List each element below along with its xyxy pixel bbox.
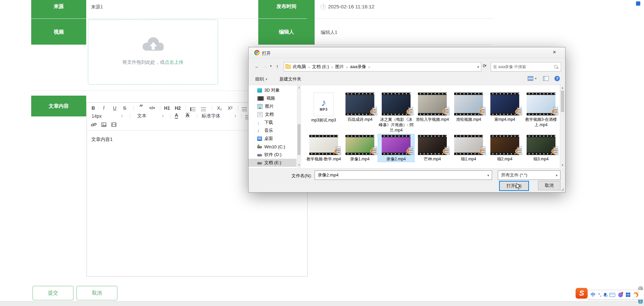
forward-button[interactable]: →	[263, 63, 268, 69]
sidebar-item-3d-objects[interactable]: 3D 对象	[249, 86, 297, 94]
stepper-down-icon[interactable]: ▼	[121, 116, 123, 118]
font-size-stepper[interactable]: ▲▼	[119, 113, 123, 119]
breadcrumb-this-pc[interactable]: 此电脑	[293, 64, 312, 70]
grid-scroll-thumb[interactable]	[561, 91, 564, 112]
emoji-icon[interactable]	[633, 292, 638, 297]
font-family-select[interactable]: 标准字体	[202, 113, 220, 119]
scroll-up-icon[interactable]: ∧	[297, 86, 301, 89]
superscript-button[interactable]: X²	[228, 105, 232, 111]
open-button[interactable]: 打开(O)	[499, 181, 529, 191]
search-input[interactable]	[491, 64, 554, 69]
heading2-button[interactable]: H2	[175, 105, 181, 111]
preview-pane-button[interactable]	[543, 76, 549, 82]
subscript-button[interactable]: X₂	[217, 105, 222, 111]
file-item[interactable]: ▶ 猫1.mp4	[450, 134, 487, 162]
file-item[interactable]: ▶ 百战成诗.mp4	[342, 92, 378, 133]
insert-video-button[interactable]	[111, 121, 117, 128]
dialog-cancel-button[interactable]: 取消	[538, 181, 560, 190]
heading1-button[interactable]: H1	[164, 105, 170, 111]
sidebar-item-documents-e[interactable]: 文档 (E:)	[249, 159, 297, 167]
italic-button[interactable]: I	[103, 105, 105, 111]
refresh-button[interactable]: ⟳	[483, 63, 487, 68]
filename-input-wrap[interactable]: ▾	[315, 170, 492, 180]
font-size-select[interactable]: 14px	[92, 113, 102, 119]
dialog-close-button[interactable]: ✕	[550, 50, 559, 56]
submit-button[interactable]: 提交	[33, 286, 73, 300]
file-item[interactable]: ▶ 滑轮入学视频.mp4	[414, 92, 450, 133]
file-item[interactable]: ▶ 家mp4.mp4	[487, 92, 523, 133]
file-item[interactable]: ▶ 录像1.mp4	[342, 134, 378, 162]
highlight-color-button[interactable]: A	[185, 112, 190, 118]
file-item[interactable]: ▶ 冰之翼（电影《冰峰暴》片尾曲）- 阿兰.mp4	[378, 92, 414, 133]
ime-punct-button[interactable]: °,	[598, 293, 601, 297]
sidebar-scroll-thumb[interactable]	[298, 124, 301, 155]
publish-time-value[interactable]: 2025-02-16 11:16:12	[328, 4, 374, 9]
underline-button[interactable]: U	[113, 105, 116, 111]
sidebar-item-music[interactable]: ♪音乐	[249, 126, 297, 135]
scroll-down-icon[interactable]: ∨	[297, 163, 301, 166]
scroll-up-icon[interactable]: ▲	[560, 86, 565, 89]
breadcrumb-aaa-recordings[interactable]: aaa录像	[350, 64, 372, 70]
sidebar-item-downloads[interactable]: ↓下载	[249, 118, 297, 126]
bold-button[interactable]: B	[92, 105, 95, 111]
blockquote-button[interactable]: ”	[139, 104, 143, 111]
history-dropdown-icon[interactable]: ▾	[270, 64, 272, 68]
file-item-selected[interactable]: ▶ 录像2.mp4	[378, 134, 414, 162]
video-upload-dropzone[interactable]: 将文件拖到此处，或点击上传	[88, 19, 218, 85]
sidebar-item-software-d[interactable]: 软件 (D:)	[249, 151, 297, 159]
breadcrumb-pictures[interactable]: 图片	[335, 64, 350, 70]
microphone-icon[interactable]	[604, 293, 606, 296]
dialog-titlebar[interactable]: 打开 ✕	[249, 47, 565, 58]
insert-link-button[interactable]	[91, 121, 97, 128]
sidebar-item-pictures[interactable]: 图片	[249, 102, 297, 110]
filename-dropdown-icon[interactable]: ▾	[487, 173, 489, 177]
search-icon[interactable]	[554, 65, 557, 68]
form-cancel-button[interactable]: 取消	[76, 286, 117, 300]
strikethrough-button[interactable]: S	[123, 105, 126, 111]
file-item[interactable]: ♪ MP3 mp3测试.mp3	[306, 92, 342, 133]
sidebar-item-desktop[interactable]: 桌面	[249, 135, 297, 143]
insert-image-button[interactable]	[101, 121, 107, 128]
file-item[interactable]: ▶ 教学视频3-在酒楼上.mp4	[523, 92, 559, 133]
address-bar[interactable]: 此电脑 文档 (E:) 图片 aaa录像 ▾	[284, 62, 481, 71]
resize-grip[interactable]	[561, 188, 564, 191]
organize-button[interactable]: 组织▾	[255, 76, 267, 82]
address-dropdown-icon[interactable]: ▾	[477, 65, 479, 69]
sidebar-item-win10-c[interactable]: Win10 (C:)	[249, 143, 297, 151]
font-family-stepper[interactable]: ▲▼	[232, 113, 236, 119]
code-button[interactable]: </>	[149, 105, 155, 111]
filename-input[interactable]	[315, 173, 487, 178]
file-item[interactable]: ▶ 教学视频-数学.mp4	[306, 134, 342, 162]
file-item[interactable]: ▶ 猫2.mp4	[487, 134, 523, 162]
text-style-stepper[interactable]: ▲▼	[160, 113, 164, 119]
editor-person-value[interactable]: 编辑人1	[321, 30, 337, 36]
file-item[interactable]: ▶ 猫3.mp4	[523, 134, 559, 162]
scroll-down-icon[interactable]: ▼	[560, 164, 565, 167]
stepper-down-icon[interactable]: ▼	[162, 116, 164, 118]
text-style-select[interactable]: 文本	[137, 113, 147, 119]
indent-button[interactable]	[242, 106, 247, 112]
file-item[interactable]: ▶ 芒种.mp4	[414, 134, 450, 162]
bullet-list-button[interactable]	[201, 106, 206, 112]
sidebar-item-documents[interactable]: 文档	[249, 110, 297, 118]
sidebar-item-videos[interactable]: 视频	[249, 94, 297, 102]
corner-widget-icon[interactable]	[636, 1, 640, 6]
change-view-button[interactable]: ▾	[528, 76, 537, 81]
up-button[interactable]: ↑	[276, 63, 279, 69]
ordered-list-button[interactable]	[190, 106, 196, 112]
file-grid-scrollbar[interactable]: ▲ ▼	[560, 85, 565, 168]
sogou-logo-icon[interactable]: S	[576, 288, 588, 299]
upload-link[interactable]: 点击上传	[165, 59, 183, 65]
source-value[interactable]: 来源1	[91, 4, 103, 10]
new-folder-button[interactable]: 新建文件夹	[279, 76, 301, 82]
keyboard-icon[interactable]	[609, 293, 615, 297]
stepper-down-icon[interactable]: ▼	[234, 116, 236, 118]
font-color-button[interactable]: A	[175, 112, 178, 119]
help-button[interactable]: ?	[554, 76, 560, 81]
sidebar-scrollbar[interactable]: ∧ ∨	[297, 85, 301, 168]
filetype-select[interactable]: 所有文件 (*.*) ▾	[498, 170, 560, 180]
ime-mode-button[interactable]: 中	[591, 292, 595, 298]
skin-icon[interactable]	[618, 293, 623, 297]
breadcrumb-drive-e[interactable]: 文档 (E:)	[312, 64, 335, 70]
back-button[interactable]: ←	[255, 63, 260, 69]
